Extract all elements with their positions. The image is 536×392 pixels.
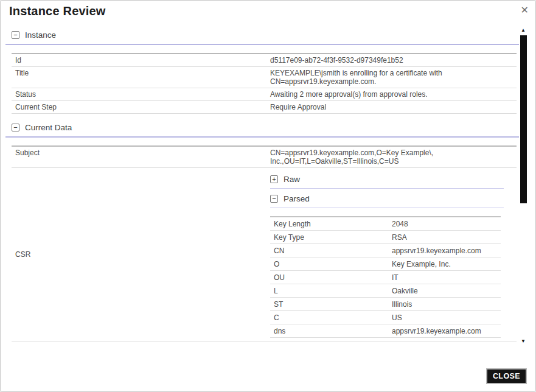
row-value: Awaiting 2 more approval(s) from approva… bbox=[266, 88, 517, 101]
collapse-icon[interactable]: − bbox=[12, 31, 19, 39]
row-value: RSA bbox=[388, 231, 501, 244]
scroll-up-arrow[interactable]: ▲ bbox=[519, 27, 527, 33]
row-value: KEYEXAMPLE\jsmith is enrolling for a cer… bbox=[266, 67, 517, 88]
section-instance-label: Instance bbox=[25, 30, 56, 40]
row-value: Oakville bbox=[388, 284, 501, 298]
row-label: C bbox=[270, 311, 388, 324]
dialog-body: − Instance Id d5117e09-ab72-4f3f-9532-d9… bbox=[5, 26, 520, 345]
row-label: ST bbox=[270, 298, 388, 311]
row-label: Current Step bbox=[12, 101, 266, 114]
close-icon[interactable]: ✕ bbox=[521, 5, 529, 16]
row-label: O bbox=[270, 257, 388, 271]
collapse-icon[interactable]: − bbox=[12, 124, 19, 131]
row-label: Title bbox=[12, 67, 266, 88]
scroll-down-arrow[interactable]: ▼ bbox=[519, 338, 527, 345]
table-row: Status Awaiting 2 more approval(s) from … bbox=[12, 88, 517, 101]
row-value: 2048 bbox=[388, 217, 501, 231]
collapse-icon[interactable]: − bbox=[270, 195, 278, 203]
table-row: Key Type RSA bbox=[270, 231, 501, 244]
row-label: dns bbox=[270, 324, 388, 338]
section-header-current-data[interactable]: − Current Data bbox=[5, 122, 520, 138]
table-row: O Key Example, Inc. bbox=[270, 257, 501, 271]
dialog-title: Instance Review bbox=[9, 4, 106, 18]
table-row-csr: CSR + Raw − Parsed Key Length 2 bbox=[12, 168, 517, 341]
scrollbar[interactable]: ▲ ▼ bbox=[519, 27, 527, 345]
table-row: Subject CN=appsrvr19.keyexample.com,O=Ke… bbox=[12, 146, 517, 168]
table-row: Id d5117e09-ab72-4f3f-9532-d97349fe1b52 bbox=[12, 54, 517, 67]
close-button[interactable]: CLOSE bbox=[486, 368, 527, 384]
row-label: CSR bbox=[12, 168, 266, 341]
section-current-data-label: Current Data bbox=[25, 122, 72, 133]
table-row: Current Step Require Approval bbox=[12, 101, 517, 114]
row-label: L bbox=[270, 284, 388, 298]
row-label: Id bbox=[12, 54, 266, 67]
section-header-instance[interactable]: − Instance bbox=[5, 30, 520, 45]
row-value: Illinois bbox=[388, 298, 501, 311]
row-label: Key Length bbox=[270, 217, 388, 231]
table-row: CN appsrvr19.keyexample.com bbox=[270, 244, 501, 257]
row-label: Key Type bbox=[270, 231, 388, 244]
row-value: d5117e09-ab72-4f3f-9532-d97349fe1b52 bbox=[266, 54, 517, 67]
table-row: ST Illinois bbox=[270, 298, 501, 311]
expand-icon[interactable]: + bbox=[270, 175, 278, 183]
row-label: OU bbox=[270, 271, 388, 284]
table-row: C US bbox=[270, 311, 501, 324]
table-row: Title KEYEXAMPLE\jsmith is enrolling for… bbox=[12, 67, 517, 88]
table-row: OU IT bbox=[270, 271, 501, 284]
subsection-parsed-label: Parsed bbox=[284, 194, 310, 204]
row-label: Subject bbox=[12, 146, 266, 168]
current-data-table: Subject CN=appsrvr19.keyexample.com,O=Ke… bbox=[12, 145, 517, 341]
instance-review-dialog: Instance Review ✕ − Instance Id d5117e09… bbox=[0, 0, 536, 392]
row-value: Key Example, Inc. bbox=[388, 257, 501, 271]
table-row: Key Length 2048 bbox=[270, 217, 501, 231]
instance-table: Id d5117e09-ab72-4f3f-9532-d97349fe1b52 … bbox=[12, 53, 517, 114]
row-value: US bbox=[388, 311, 501, 324]
row-value: CN=appsrvr19.keyexample.com,O=Key Exampl… bbox=[266, 146, 517, 168]
table-row: L Oakville bbox=[270, 284, 501, 298]
row-value: Require Approval bbox=[266, 101, 517, 114]
row-value: IT bbox=[388, 271, 501, 284]
subsection-header-parsed[interactable]: − Parsed bbox=[270, 194, 504, 208]
row-label: Status bbox=[12, 88, 266, 101]
row-value: appsrvr19.keyexample.com bbox=[388, 324, 501, 338]
subsection-raw-label: Raw bbox=[284, 174, 300, 184]
row-value: appsrvr19.keyexample.com bbox=[388, 244, 501, 257]
table-row: dns appsrvr19.keyexample.com bbox=[270, 324, 501, 338]
csr-value-cell: + Raw − Parsed Key Length 2048 bbox=[266, 168, 517, 341]
parsed-csr-table: Key Length 2048 Key Type RSA CN appsrvr1… bbox=[270, 216, 501, 338]
row-label: CN bbox=[270, 244, 388, 257]
scrollbar-thumb[interactable] bbox=[520, 35, 527, 203]
subsection-header-raw[interactable]: + Raw bbox=[270, 174, 504, 189]
